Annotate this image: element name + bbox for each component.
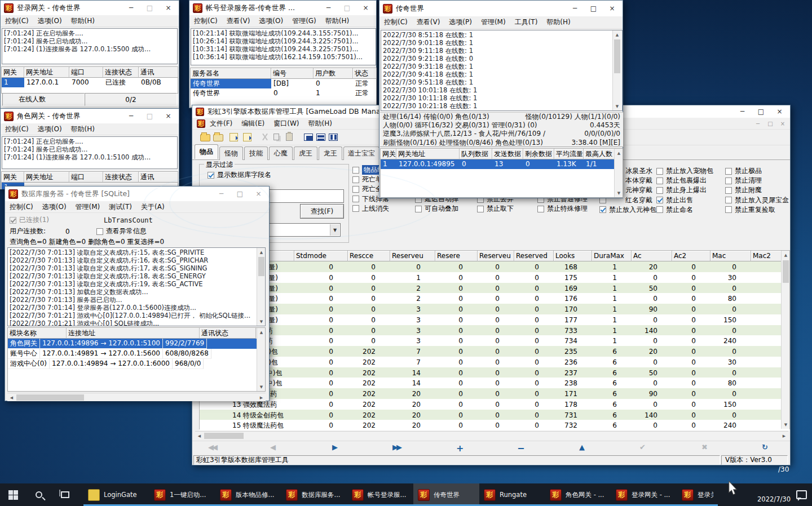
menu-options[interactable]: 选项(P) (449, 17, 472, 27)
close-button[interactable]: × (249, 187, 268, 201)
nav-prior-icon[interactable]: ◀ (270, 443, 274, 451)
maximize-button[interactable]: □ (752, 105, 770, 118)
table-row[interactable]: 传奇世界01正常 (191, 88, 376, 98)
tab-longwang[interactable]: 龙王 (319, 147, 342, 160)
titlebar[interactable]: 彩 帐号登录服务器-传奇世界 ... ─ □ × (189, 1, 376, 15)
menu-control[interactable]: 控制(C) (5, 16, 29, 26)
chevron-down-icon[interactable]: ▼ (330, 224, 339, 236)
mdi-minimize-button[interactable]: ─ (752, 118, 764, 130)
open-file-icon[interactable] (200, 132, 211, 142)
table-row[interactable]: 0 金创药(小量)00000016812000 (200, 261, 789, 272)
copy-icon[interactable] (273, 132, 285, 142)
paste-icon[interactable] (286, 132, 297, 142)
scroll-right-icon[interactable]: ▶ (780, 432, 788, 440)
table-row[interactable]: 12 强效金创药02022000017169000 (200, 388, 789, 399)
menu-tools[interactable]: 工具(T) (515, 17, 538, 27)
menu-options[interactable]: 选项(O) (38, 16, 62, 26)
tab-skills[interactable]: 技能 (244, 147, 268, 160)
taskbar-item-item-editor[interactable]: 彩版本物品修... (215, 483, 281, 506)
menu-file[interactable]: 文件(F) (210, 119, 232, 128)
close-button[interactable]: × (770, 105, 789, 118)
table-scrollbar[interactable]: ▲ ▼ (614, 149, 623, 197)
taskbar-item-login-gateway[interactable]: 彩登录网关 - ... (611, 483, 677, 506)
nav-first-icon[interactable]: ◀◀ (208, 443, 216, 451)
menu-window[interactable]: 窗口(W) (273, 119, 299, 128)
minimize-button[interactable]: ─ (566, 1, 584, 16)
scroll-up-icon[interactable]: ▲ (257, 328, 266, 336)
flag-item[interactable]: 禁止极品 (725, 166, 789, 176)
menu-help[interactable]: 帮助(H) (71, 16, 95, 26)
scroll-right-icon[interactable]: ▶ (257, 393, 266, 402)
table-row[interactable]: 9 魔法药(小)包0202700023660030 (200, 357, 789, 367)
table-row[interactable]: 8 金创药(小)包0202700023562000 (200, 346, 789, 357)
menu-options[interactable]: 选项(O) (38, 125, 62, 134)
table-row[interactable]: 游戏中心(0)127.0.0.1:49894 → 127.0.0.1:60009… (8, 359, 265, 369)
menu-options[interactable]: 选项(O) (42, 202, 67, 212)
table-row[interactable]: 1127.0.0.17000已连接0B/0B (2, 78, 178, 87)
cut-icon[interactable] (261, 132, 272, 142)
nav-edit-icon[interactable]: ▲ (579, 443, 583, 451)
horizontal-scrollbar[interactable]: ◀ ▶ (195, 431, 788, 440)
horizontal-scrollbar[interactable]: ◀ ▶ (7, 393, 266, 401)
flag-item[interactable]: 禁止重复捡取 (725, 205, 789, 215)
scroll-down-icon[interactable]: ▼ (615, 189, 623, 197)
table-row[interactable]: 1 魔法药(小量)00100017510030 (200, 272, 789, 283)
cascade-windows-icon[interactable] (304, 132, 315, 142)
menu-help[interactable]: 帮助(H) (308, 119, 332, 128)
log-area[interactable]: [2022/7/30 7:01:13] 读取自定义表成功,行:15, 表名:SG… (7, 247, 266, 326)
search-icon[interactable] (26, 483, 52, 506)
flag-item[interactable]: 禁止放入宠物包 (656, 166, 713, 176)
module-table-header[interactable]: 模块名称连接地址通讯状态 (8, 328, 265, 339)
tile-vertical-icon[interactable] (329, 132, 340, 142)
table-row[interactable]: 5 魔法药(大量)003000177100150 (200, 314, 789, 325)
find-button[interactable]: 查找(F) (300, 204, 344, 219)
scroll-up-icon[interactable]: ▲ (613, 30, 621, 39)
menu-control[interactable]: 控制(C) (194, 16, 218, 26)
close-button[interactable]: × (356, 1, 375, 15)
menu-help[interactable]: 帮助(H) (71, 125, 95, 134)
taskbar-item-login-server[interactable]: 彩帐号登录服... (347, 483, 413, 506)
menu-about[interactable]: 关于(A) (141, 202, 165, 212)
table-row[interactable]: 3 魔法药(中量)00200017610080 (200, 293, 789, 304)
tab-items[interactable]: 物品 (195, 144, 218, 159)
taskbar-item-rungate[interactable]: 彩Rungate (479, 483, 545, 506)
items-grid-header[interactable]: StdmodeRescceReserveuResereReserveuReser… (200, 251, 789, 261)
flag-item[interactable]: 禁止取下 (477, 204, 514, 214)
flag-item[interactable]: 禁止附魔 (725, 185, 789, 195)
taskbar-item-logingate[interactable]: LoginGate (83, 483, 149, 506)
table-row[interactable]: 11 魔法药(中)包02021400023860080 (200, 378, 789, 388)
menu-help[interactable]: 帮助(H) (325, 16, 349, 26)
maximize-button[interactable]: □ (231, 187, 249, 201)
task-view-icon[interactable] (52, 483, 78, 506)
log-area[interactable]: [7:01:24] 正在启动服务....[7:01:24] 服务已启动成功...… (2, 28, 178, 64)
connected-checkbox[interactable] (10, 217, 16, 224)
taskbar-item-role-gateway[interactable]: 彩角色网关 - ... (545, 483, 611, 506)
maximize-button[interactable]: □ (338, 1, 356, 15)
titlebar[interactable]: 彩 传奇世界 ─ □ × (379, 1, 623, 16)
flag-item[interactable]: 可自动叠加 (415, 204, 458, 214)
table-row[interactable]: 传奇世界[DB]0正常 (191, 79, 376, 88)
table-row[interactable]: 账号中心127.0.0.1:49891 → 127.0.0.1:5600608/… (8, 349, 265, 359)
scroll-left-icon[interactable]: ◀ (7, 393, 16, 402)
scroll-down-icon[interactable]: ▼ (257, 383, 266, 391)
scroll-down-icon[interactable]: ▼ (782, 420, 790, 429)
module-table[interactable]: 角色网关127.0.0.1:49896 → 127.0.0.1:5100992/… (8, 339, 265, 369)
scroll-left-icon[interactable]: ◀ (195, 432, 204, 440)
menu-manage[interactable]: 管理(G) (292, 16, 316, 26)
log-area[interactable]: [10:21:14] 获取微端地址成功(109.244.3.155:7501).… (191, 28, 376, 65)
nav-delete-icon[interactable]: − (517, 443, 523, 454)
table-row[interactable]: 6 强效金创药003000733114000 (200, 325, 789, 336)
maximize-button[interactable]: □ (140, 109, 159, 123)
nav-insert-icon[interactable]: + (456, 443, 462, 454)
maximize-button[interactable]: □ (140, 1, 159, 15)
flag-item[interactable]: 禁止身上爆出 (656, 185, 713, 195)
nav-last-icon[interactable]: ▶▶ (392, 443, 400, 451)
taskbar-item-login-gate2[interactable]: 彩登录关 (677, 483, 718, 506)
nav-next-icon[interactable]: ▶ (332, 443, 336, 451)
table-row[interactable]: 10 金创药(中)包02021400023765000 (200, 367, 789, 378)
log-area[interactable]: [7:01:24] 正在启动服务....[7:01:24] 服务已启动成功...… (2, 136, 178, 169)
menu-view[interactable]: 查看(V) (227, 16, 250, 26)
flag-item[interactable]: 禁止出售 (656, 196, 713, 205)
tab-taoist-pet[interactable]: 道士宝宝 (343, 147, 379, 160)
view-exceptions-checkbox[interactable] (96, 228, 103, 235)
